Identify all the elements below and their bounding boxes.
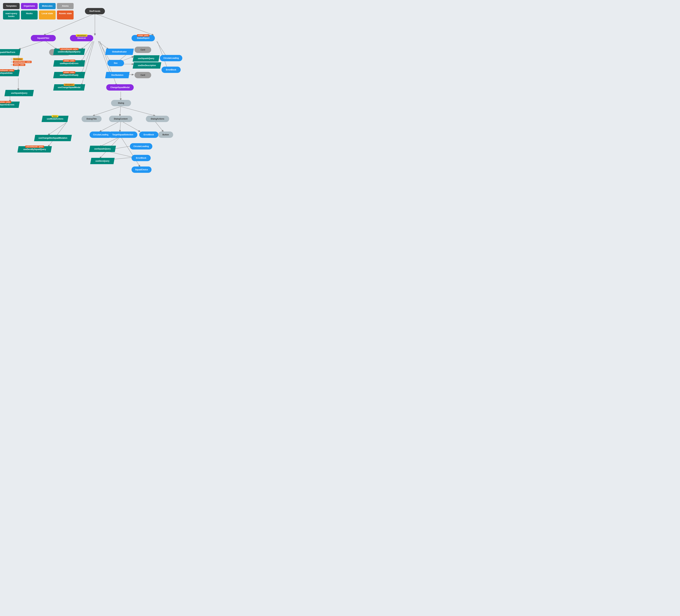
usesquadsfilterform-badges: formValues selectedSquads - setter uiSta…	[11, 58, 32, 66]
svg-line-31	[155, 121, 163, 132]
node-targetsquadselection: TargetSquadSelection	[108, 132, 137, 138]
node-card2: Card	[135, 72, 151, 78]
legend-hooks: Hooks	[21, 10, 38, 20]
node-squadchoice: SquadChoice	[132, 167, 151, 173]
svg-line-2	[96, 14, 153, 35]
badge-selectedsquads-setter2: selectedSquads - setter	[0, 69, 15, 72]
svg-line-34	[121, 138, 140, 167]
legend-atomic: Atomic state	[57, 10, 74, 20]
node-usedevdescription: useDevDescription	[133, 62, 161, 68]
node-errorblock2: ErrorBlock	[132, 155, 151, 161]
badge-status: Status	[52, 115, 58, 117]
node-usesquadsquery1: useSquadsQuery	[4, 90, 34, 96]
svg-line-22	[120, 107, 121, 116]
node-card1: Card	[135, 47, 151, 53]
badge-uistate-getter: uiState - getter	[137, 34, 149, 37]
node-errorblock3: ErrorBlock	[139, 132, 158, 138]
badge-selectedsquads-getter: selectedSquads - getter	[60, 48, 79, 50]
node-dialogcontent: DialogContent	[109, 116, 132, 122]
legend-organisms: Organisms	[21, 3, 38, 9]
svg-line-27	[48, 122, 66, 146]
badge-uistate-setter4: uiState - setter	[63, 71, 76, 74]
badge-selecteddev: selectedDev	[64, 84, 75, 86]
legend-local: Local state	[39, 10, 56, 20]
node-usesquadsfilterform: useSquadsFilterForm	[0, 49, 21, 55]
node-dialogactions: DialogActions	[146, 116, 169, 122]
node-dialogtitle: DialogTitle	[82, 116, 102, 122]
node-usesquadsquery3: useSquadsQuery	[89, 146, 116, 152]
node-usechangedevsquadmutation: useChangeDevSquadMutation	[34, 135, 72, 141]
svg-line-23	[121, 107, 155, 116]
legend-molecules: Molecules	[39, 3, 56, 9]
badge-uistate-setter3: uiState - setter	[63, 60, 76, 62]
node-circularloading2: CircularLoading	[130, 143, 152, 149]
legend-atoms: Atoms	[57, 3, 74, 9]
svg-line-26	[48, 122, 66, 135]
legend-templates: Templates	[3, 3, 20, 9]
node-circularloading1: CircularLoading	[160, 55, 182, 61]
node-devskeleton: DevSkeleton	[105, 72, 130, 78]
svg-line-28	[100, 121, 120, 132]
svg-line-4	[46, 41, 57, 49]
svg-line-29	[120, 121, 121, 132]
svg-line-14	[98, 41, 110, 73]
node-usesquadsquery2: useSquadsQuery	[133, 55, 160, 62]
svg-line-12	[98, 41, 108, 49]
svg-line-3	[19, 41, 42, 49]
badge-selectedsquads-setter1: selectedSquads - setter	[13, 61, 32, 63]
legend-rqhooks: react-query hooks	[3, 10, 20, 20]
badge-ismodalopen: isModalOpen	[76, 34, 87, 37]
badge-uistate-setter2: uiState - setter	[0, 101, 11, 103]
badge-formvalues: formValues	[13, 58, 23, 60]
svg-line-36	[108, 151, 133, 157]
svg-line-24	[157, 41, 167, 57]
node-dev: Dev	[107, 60, 124, 66]
badge-selectedsquads-getter2: selectedSquads - getter	[25, 145, 44, 148]
node-devfriends: DevFriends	[85, 8, 105, 14]
svg-line-8	[82, 41, 91, 49]
svg-line-21	[93, 107, 121, 116]
node-globalindicator: GlobalIndicator	[105, 49, 134, 55]
svg-line-30	[121, 121, 140, 132]
svg-line-32	[100, 137, 120, 146]
badge-uistate-setter1: uiState - setter	[13, 64, 25, 66]
legend: Templates Organisms Molecules Atoms reac…	[3, 3, 74, 20]
node-dialog: Dialog	[111, 100, 131, 106]
node-button: Button	[158, 132, 173, 138]
node-errorblock1: ErrorBlock	[162, 66, 181, 73]
svg-line-10	[82, 41, 93, 73]
node-changesquadmodal: ChangeSquadModal	[106, 84, 134, 90]
node-squadsfilter: SquadsFilter	[31, 35, 56, 41]
node-usedevsquery: useDevsQuery	[90, 158, 115, 164]
